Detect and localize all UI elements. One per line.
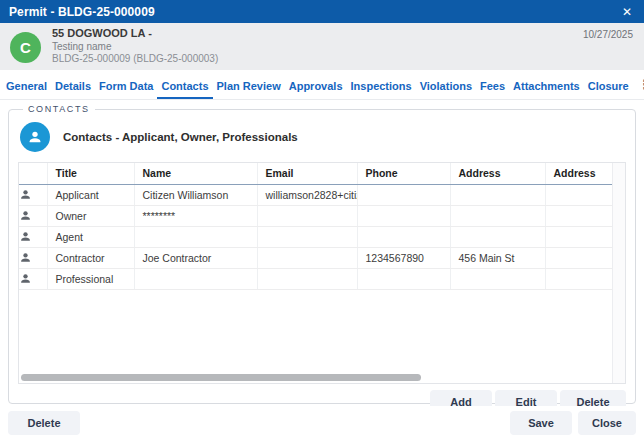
cell-address2 — [545, 226, 612, 247]
tab-form-data[interactable]: Form Data — [95, 70, 157, 99]
cell-email — [257, 205, 357, 226]
contacts-legend: CONTACTS — [23, 104, 95, 114]
contacts-table: Title Name Email Phone Address Address A… — [19, 163, 612, 290]
tab-label: Plan Review — [213, 73, 285, 99]
cell-title: Professional — [47, 268, 134, 289]
contacts-heading: Contacts - Applicant, Owner, Professiona… — [63, 131, 298, 143]
col-header-address1: Address — [450, 163, 545, 184]
cell-phone — [357, 268, 450, 289]
contacts-heading-row: Contacts - Applicant, Owner, Professiona… — [20, 122, 624, 152]
tab-plan-review[interactable]: Plan Review — [213, 70, 285, 99]
cell-phone — [357, 205, 450, 226]
tab-details[interactable]: Details — [51, 70, 95, 99]
record-applicant-name: Testing name — [52, 41, 218, 54]
dialog-footer: Delete Save Close — [0, 406, 644, 439]
tab-label: Details — [51, 73, 95, 99]
tab-contacts[interactable]: Contacts — [157, 70, 212, 99]
cell-name — [134, 226, 257, 247]
row-person-icon — [19, 226, 47, 247]
tab-attachments[interactable]: Attachments — [509, 70, 584, 99]
dialog-title: Permit - BLDG-25-000009 — [9, 5, 155, 19]
tab-label: Closure — [584, 73, 633, 99]
cell-name: Joe Contractor — [134, 247, 257, 268]
cell-name — [134, 268, 257, 289]
avatar: C — [10, 32, 41, 63]
table-row[interactable]: Applicant Citizen Williamson williamson2… — [19, 184, 612, 205]
tab-fees[interactable]: Fees — [476, 70, 509, 99]
tab-label: Violations — [416, 73, 476, 99]
tab-general[interactable]: General — [2, 70, 51, 99]
dialog-titlebar: Permit - BLDG-25-000009 ✕ — [0, 0, 644, 23]
tab-label: Approvals — [285, 73, 347, 99]
cell-name: ******** — [134, 205, 257, 226]
row-person-icon — [19, 184, 47, 205]
record-summary: 55 DOGWOOD LA - Testing name BLDG-25-000… — [52, 27, 218, 66]
tab-label: Form Data — [95, 73, 157, 99]
cell-address1 — [450, 205, 545, 226]
col-header-icon — [19, 163, 47, 184]
col-header-phone: Phone — [357, 163, 450, 184]
col-header-email: Email — [257, 163, 357, 184]
cell-title: Agent — [47, 226, 134, 247]
row-person-icon — [19, 205, 47, 226]
cell-address1 — [450, 184, 545, 205]
record-permit-numbers: BLDG-25-000009 (BLDG-25-000003) — [52, 53, 218, 66]
contacts-panel: CONTACTS Contacts - Applicant, Owner, Pr… — [8, 104, 636, 404]
row-person-icon — [19, 268, 47, 289]
horizontal-scrollbar-thumb[interactable] — [21, 374, 421, 381]
tab-approvals[interactable]: Approvals — [285, 70, 347, 99]
cell-title: Contractor — [47, 247, 134, 268]
cell-address1: 456 Main St — [450, 247, 545, 268]
cell-name: Citizen Williamson — [134, 184, 257, 205]
tab-label: Fees — [476, 73, 509, 99]
tab-label: Inspections — [347, 73, 416, 99]
tab-overflow-menu-icon[interactable]: ⋮ — [633, 70, 644, 99]
cell-address2 — [545, 247, 612, 268]
row-person-icon — [19, 247, 47, 268]
tab-closure[interactable]: Closure — [584, 70, 633, 99]
delete-button[interactable]: Delete — [8, 411, 80, 435]
col-header-address2: Address — [545, 163, 612, 184]
col-header-name: Name — [134, 163, 257, 184]
table-row[interactable]: Professional — [19, 268, 612, 289]
cell-email: williamson2828+citizen — [257, 184, 357, 205]
close-button[interactable]: Close — [578, 411, 636, 435]
record-address: 55 DOGWOOD LA - — [52, 27, 218, 41]
col-header-title: Title — [47, 163, 134, 184]
cell-title: Applicant — [47, 184, 134, 205]
table-header-row: Title Name Email Phone Address Address — [19, 163, 612, 184]
tab-violations[interactable]: Violations — [416, 70, 476, 99]
cell-address1 — [450, 268, 545, 289]
close-icon[interactable]: ✕ — [619, 4, 635, 20]
tab-bar: General Details Form Data Contacts Plan … — [0, 70, 644, 100]
cell-email — [257, 226, 357, 247]
cell-phone — [357, 184, 450, 205]
contacts-table-container: Title Name Email Phone Address Address A… — [18, 162, 626, 384]
cell-email — [257, 268, 357, 289]
tab-label: Attachments — [509, 73, 584, 99]
contacts-person-icon — [20, 122, 50, 152]
cell-title: Owner — [47, 205, 134, 226]
cell-email — [257, 247, 357, 268]
cell-address1 — [450, 226, 545, 247]
record-header: C 55 DOGWOOD LA - Testing name BLDG-25-0… — [0, 23, 644, 70]
cell-phone: 1234567890 — [357, 247, 450, 268]
cell-address2 — [545, 184, 612, 205]
tab-label: Contacts — [157, 73, 212, 99]
cell-address2 — [545, 205, 612, 226]
table-row[interactable]: Agent — [19, 226, 612, 247]
save-button[interactable]: Save — [510, 411, 572, 435]
cell-phone — [357, 226, 450, 247]
cell-address2 — [545, 268, 612, 289]
tab-label: General — [2, 73, 51, 99]
vertical-scrollbar[interactable] — [612, 163, 625, 383]
record-date: 10/27/2025 — [583, 29, 633, 40]
tab-inspections[interactable]: Inspections — [347, 70, 416, 99]
table-row[interactable]: Owner ******** — [19, 205, 612, 226]
horizontal-scrollbar-track — [21, 373, 609, 382]
table-row[interactable]: Contractor Joe Contractor 1234567890 456… — [19, 247, 612, 268]
